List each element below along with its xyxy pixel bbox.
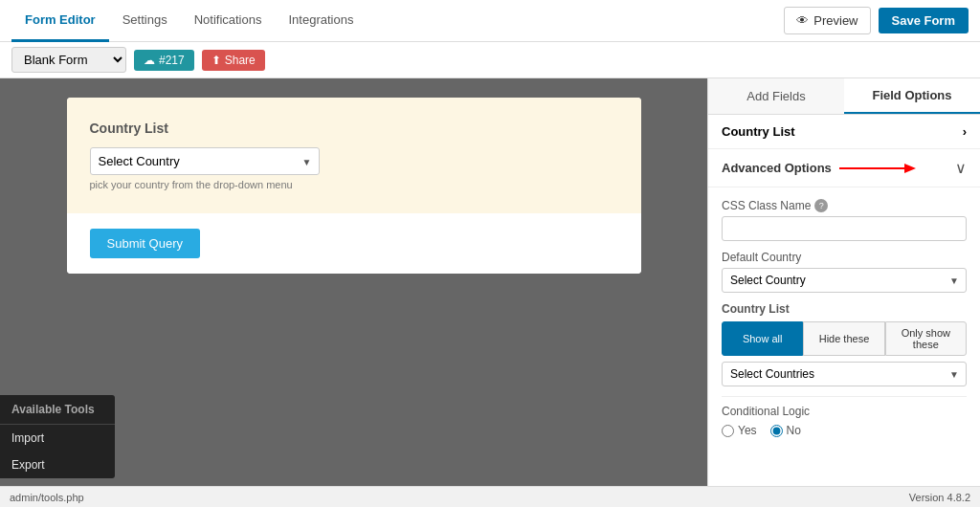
conditional-logic-radios: Yes No [722, 424, 967, 437]
field-options-title-text: Country List [722, 124, 795, 139]
form-card: Country List Select Country ▼ pick your … [67, 98, 641, 274]
conditional-logic-label: Conditional Logic [722, 405, 967, 418]
country-list-field: Country List Show all Hide these Only sh… [722, 302, 967, 386]
divider [722, 396, 967, 397]
top-bar-actions: 👁 Preview Save Form [784, 7, 969, 34]
field-group-title: Country List [90, 121, 618, 136]
share-icon: ⬆ [212, 54, 221, 67]
radio-no-label[interactable]: No [770, 424, 801, 437]
radio-no-input[interactable] [770, 425, 783, 437]
panel-tabs: Add Fields Field Options [708, 78, 980, 115]
top-bar: Form Editor Settings Notifications Integ… [0, 0, 980, 42]
form-card-actions: Submit Query [67, 213, 641, 274]
advanced-options-title: Advanced Options [722, 161, 832, 175]
collapse-icon: ∨ [955, 159, 967, 177]
tab-form-editor[interactable]: Form Editor [11, 0, 109, 42]
css-class-label: CSS Class Name ? [722, 199, 967, 212]
form-card-inner: Country List Select Country ▼ pick your … [67, 98, 641, 213]
save-form-button[interactable]: Save Form [879, 8, 969, 33]
select-countries-select[interactable]: Select Countries [722, 362, 967, 386]
tab-field-options[interactable]: Field Options [844, 78, 980, 114]
default-country-field: Default Country Select Country ▼ [722, 251, 967, 293]
main-layout: Country List Select Country ▼ pick your … [0, 78, 980, 507]
default-country-select-wrap: Select Country ▼ [722, 268, 967, 293]
status-bar: admin/tools.php Version 4.8.2 [0, 486, 980, 507]
cloud-icon: ☁ [144, 54, 155, 67]
select-countries-wrap: Select Countries ▼ [722, 362, 967, 386]
toggle-hide-these[interactable]: Hide these [803, 321, 884, 356]
share-button[interactable]: ⬆ Share [202, 50, 265, 71]
advanced-options-header[interactable]: Advanced Options ∨ [708, 149, 980, 187]
toggle-show-all[interactable]: Show all [722, 321, 803, 356]
country-list-toggle-group: Show all Hide these Only show these [722, 321, 967, 356]
popup-menu-title: Available Tools [0, 395, 115, 425]
preview-button[interactable]: 👁 Preview [784, 7, 870, 34]
help-icon-css[interactable]: ? [814, 199, 828, 212]
chevron-right-icon: › [963, 124, 967, 139]
css-class-input[interactable] [722, 216, 967, 241]
red-arrow-annotation [839, 160, 916, 177]
sub-bar: Blank Form ☁ #217 ⬆ Share [0, 42, 980, 78]
tab-integrations[interactable]: Integrations [275, 0, 367, 42]
popup-menu-item-export[interactable]: Export [0, 452, 115, 478]
country-list-label: Country List [722, 302, 967, 316]
status-url: admin/tools.php [10, 492, 84, 503]
version-info: Version 4.8.2 [909, 492, 970, 503]
submit-button[interactable]: Submit Query [90, 229, 200, 258]
toggle-only-show[interactable]: Only show these [885, 321, 967, 356]
tab-add-fields[interactable]: Add Fields [708, 78, 844, 114]
radio-yes-input[interactable] [722, 425, 734, 437]
tab-notifications[interactable]: Notifications [181, 0, 276, 42]
css-class-field: CSS Class Name ? [722, 199, 967, 241]
radio-yes-label[interactable]: Yes [722, 424, 757, 437]
field-hint: pick your country from the drop-down men… [90, 179, 618, 190]
default-country-label: Default Country [722, 251, 967, 264]
form-name-select[interactable]: Blank Form [11, 47, 126, 73]
country-select-wrap: Select Country ▼ [90, 147, 320, 175]
country-select[interactable]: Select Country [90, 147, 320, 175]
right-panel: Add Fields Field Options Country List › … [707, 78, 980, 507]
popup-menu: Available Tools Import Export [0, 395, 115, 478]
popup-menu-item-import[interactable]: Import [0, 425, 115, 452]
field-options-section-header[interactable]: Country List › [708, 115, 980, 149]
advanced-options-content: CSS Class Name ? Default Country Select … [708, 187, 980, 449]
eye-icon: 👁 [796, 13, 809, 28]
version-number-button[interactable]: ☁ #217 [134, 50, 194, 71]
default-country-select[interactable]: Select Country [722, 268, 967, 293]
conditional-logic-field: Conditional Logic Yes No [722, 405, 967, 437]
svg-marker-1 [904, 164, 916, 173]
tab-settings[interactable]: Settings [109, 0, 181, 42]
advanced-options-header-inner: Advanced Options [722, 160, 916, 177]
